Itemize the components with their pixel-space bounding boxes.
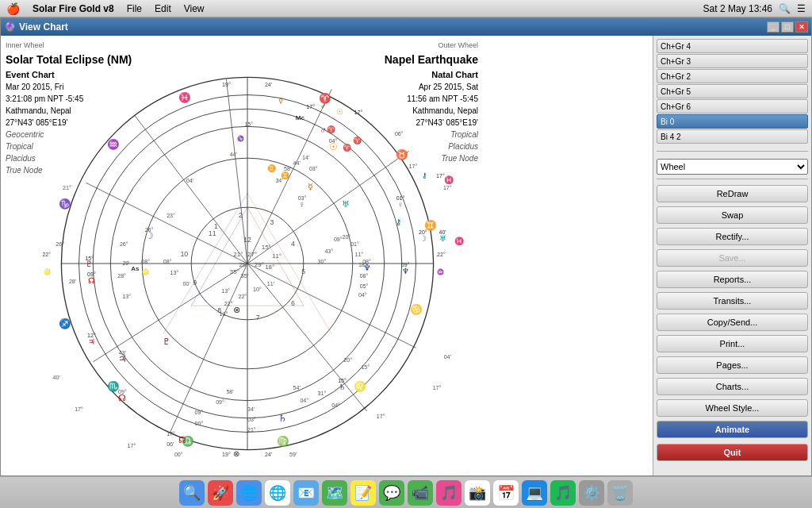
- bi0-button[interactable]: Bi 0: [657, 114, 808, 129]
- dock-notes[interactable]: 📝: [350, 480, 376, 506]
- svg-text:5: 5: [301, 267, 305, 275]
- astro-chart-container: 12 11 10 9 8 7 6 5 4 3 2 1 19° 24': [9, 60, 486, 468]
- ch-gr4-button[interactable]: Ch+Gr 4: [657, 39, 808, 53]
- dock-maps[interactable]: 🗺️: [322, 480, 347, 506]
- app-menu-name[interactable]: Solar Fire Gold v8: [33, 3, 114, 14]
- svg-text:43°: 43°: [324, 248, 333, 255]
- svg-text:04': 04': [186, 178, 193, 184]
- separator-2: [657, 179, 808, 179]
- clock: Sat 2 May 13:46: [703, 3, 772, 14]
- svg-text:♏: ♏: [107, 380, 120, 393]
- svg-text:⊗: ⊗: [233, 305, 240, 314]
- search-icon[interactable]: 🔍: [779, 3, 791, 14]
- svg-text:18°: 18°: [265, 264, 274, 271]
- quit-button[interactable]: Quit: [657, 444, 808, 461]
- minimize-button[interactable]: _: [767, 21, 779, 33]
- svg-text:10°: 10°: [253, 287, 262, 293]
- right-panel: Ch+Gr 4 Ch+Gr 3 Ch+Gr 2 Ch+Gr 5 Ch+Gr 6 …: [653, 36, 811, 475]
- dock: 🔍 🚀 🌐 🌐 📧 🗺️ 📝 💬 📹 🎵 📸 📅 💻 🎵 ⚙️ 🗑️: [0, 476, 812, 508]
- file-menu[interactable]: File: [127, 3, 142, 14]
- svg-text:♓: ♓: [444, 175, 454, 185]
- svg-text:15°: 15°: [262, 244, 271, 251]
- svg-text:17°: 17°: [409, 164, 418, 170]
- svg-text:09°: 09°: [87, 271, 96, 278]
- svg-text:17°: 17°: [377, 414, 385, 420]
- svg-text:1: 1: [214, 222, 218, 230]
- dock-messages[interactable]: 💬: [379, 480, 404, 506]
- apple-menu[interactable]: 🍎: [6, 2, 20, 15]
- svg-text:7: 7: [256, 314, 260, 321]
- ch-gr6-button[interactable]: Ch+Gr 6: [657, 99, 808, 114]
- dock-spotify[interactable]: 🎵: [550, 480, 576, 506]
- swap-button[interactable]: Swap: [657, 206, 808, 224]
- svg-text:20°: 20°: [343, 357, 352, 364]
- svg-text:24': 24': [265, 82, 272, 88]
- svg-text:00': 00': [183, 281, 190, 287]
- edit-menu[interactable]: Edit: [155, 3, 171, 14]
- svg-text:22°: 22°: [437, 252, 446, 258]
- dock-skype[interactable]: 💻: [522, 480, 547, 506]
- svg-text:01°: 01°: [350, 241, 359, 248]
- transits-button[interactable]: Transits...: [657, 292, 808, 310]
- svg-text:22°: 22°: [42, 252, 51, 258]
- ch-gr3-button[interactable]: Ch+Gr 3: [657, 54, 808, 68]
- svg-text:05°: 05°: [360, 283, 369, 290]
- svg-text:08°: 08°: [360, 273, 369, 279]
- rectify-button[interactable]: Rectify...: [657, 228, 808, 245]
- dock-safari[interactable]: 🌐: [236, 480, 262, 506]
- dock-facetime[interactable]: 📹: [408, 480, 433, 506]
- window-controls[interactable]: _ □ ✕: [767, 21, 808, 33]
- bi42-button[interactable]: Bi 4 2: [657, 129, 808, 144]
- wheelstyle-button[interactable]: Wheel Style...: [657, 399, 808, 417]
- animate-button[interactable]: Animate: [657, 421, 808, 438]
- menu-icon[interactable]: ☰: [797, 3, 806, 14]
- svg-text:13°: 13°: [220, 311, 228, 318]
- svg-text:21°: 21°: [63, 185, 71, 191]
- redraw-button[interactable]: ReDraw: [657, 185, 808, 202]
- dock-trash[interactable]: 🗑️: [607, 480, 633, 506]
- svg-text:♈: ♈: [327, 125, 336, 134]
- svg-text:19°: 19°: [222, 452, 231, 458]
- svg-text:44': 44': [230, 152, 237, 158]
- svg-text:29': 29': [122, 260, 129, 267]
- svg-text:04': 04': [444, 354, 451, 360]
- dock-itunes[interactable]: 🎵: [436, 480, 462, 506]
- svg-text:☿: ☿: [308, 182, 313, 191]
- svg-text:17°: 17°: [443, 185, 452, 191]
- dock-finder[interactable]: 🔍: [179, 480, 205, 506]
- reports-button[interactable]: Reports...: [657, 271, 808, 288]
- dock-mail[interactable]: 📧: [293, 480, 319, 506]
- svg-text:♋: ♋: [410, 303, 423, 316]
- svg-text:4: 4: [291, 240, 295, 248]
- svg-text:♇: ♇: [163, 337, 170, 346]
- wheel-dropdown[interactable]: Wheel Grid List: [657, 159, 808, 175]
- close-button[interactable]: ✕: [795, 21, 808, 33]
- dock-calendar[interactable]: 📅: [493, 480, 519, 506]
- copysend-button[interactable]: Copy/Send...: [657, 314, 808, 331]
- dock-launchpad[interactable]: 🚀: [208, 480, 233, 506]
- svg-text:35°: 35°: [230, 268, 239, 275]
- svg-text:22°: 22°: [238, 294, 247, 300]
- svg-text:17°: 17°: [306, 104, 315, 110]
- restore-button[interactable]: □: [781, 21, 794, 33]
- svg-text:12°: 12°: [87, 333, 96, 339]
- dock-chrome[interactable]: 🌐: [265, 480, 290, 506]
- svg-text:15°: 15°: [338, 379, 347, 385]
- view-menu[interactable]: View: [184, 3, 205, 14]
- svg-text:35': 35': [240, 272, 249, 279]
- dock-photos[interactable]: 📸: [465, 480, 490, 506]
- svg-text:04°: 04°: [358, 292, 367, 298]
- svg-text:19°: 19°: [222, 82, 231, 88]
- save-button[interactable]: Save...: [657, 249, 808, 267]
- svg-text:⚷: ⚷: [396, 217, 401, 226]
- print-button[interactable]: Print...: [657, 335, 808, 352]
- svg-text:26°: 26°: [120, 241, 128, 248]
- ch-gr5-button[interactable]: Ch+Gr 5: [657, 84, 808, 98]
- dock-systemprefs[interactable]: ⚙️: [579, 480, 604, 506]
- wheel-selector[interactable]: Wheel Grid List: [657, 159, 808, 175]
- svg-text:00°: 00°: [195, 421, 204, 427]
- pages-button[interactable]: Pages...: [657, 356, 808, 374]
- charts-button[interactable]: Charts...: [657, 378, 808, 395]
- svg-text:00°: 00°: [174, 452, 183, 458]
- ch-gr2-button[interactable]: Ch+Gr 2: [657, 69, 808, 83]
